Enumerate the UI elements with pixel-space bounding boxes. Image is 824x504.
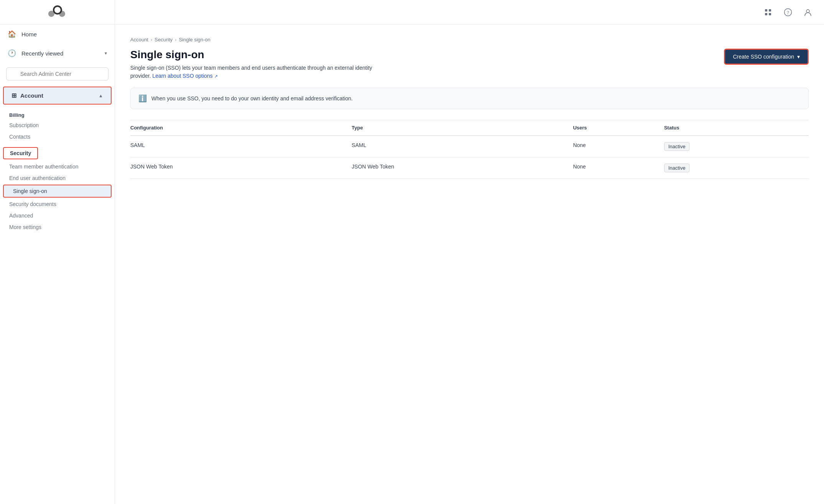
row2-configuration: JSON Web Token	[130, 157, 352, 179]
info-banner: ℹ️ When you use SSO, you need to do your…	[130, 88, 809, 109]
page-title: Single sign-on	[130, 49, 724, 61]
sidebar-item-security-documents[interactable]: Security documents	[0, 198, 115, 210]
clock-icon: 🕐	[8, 49, 16, 57]
sidebar-item-recently-viewed[interactable]: 🕐 Recently viewed ▾	[0, 44, 115, 63]
svg-point-6	[806, 10, 809, 13]
account-section: ⊞ Account ▲ Billing Subscription Contact…	[0, 85, 115, 236]
breadcrumb-security[interactable]: Security	[154, 37, 172, 43]
breadcrumb-current: Single sign-on	[179, 37, 210, 43]
home-icon: 🏠	[8, 30, 16, 38]
row1-users: None	[573, 136, 664, 157]
security-group-label: Security	[3, 147, 38, 159]
table-header-row: Configuration Type Users Status	[130, 120, 809, 136]
logo	[0, 0, 115, 25]
sidebar: 🏠 Home 🕐 Recently viewed ▾ 🔍 ⊞ Account ▲…	[0, 0, 115, 504]
user-avatar-button[interactable]	[801, 5, 815, 19]
col-status: Status	[664, 120, 809, 136]
table-row[interactable]: SAML SAML None Inactive	[130, 136, 809, 157]
svg-rect-2	[765, 13, 767, 15]
breadcrumb-account[interactable]: Account	[130, 37, 148, 43]
sidebar-item-single-sign-on[interactable]: Single sign-on	[3, 185, 112, 198]
svg-rect-0	[765, 9, 767, 11]
chevron-up-icon: ▲	[98, 93, 103, 98]
col-users: Users	[573, 120, 664, 136]
sidebar-item-more-settings[interactable]: More settings	[0, 221, 115, 233]
sidebar-item-recently-viewed-label: Recently viewed	[21, 50, 63, 57]
row1-status: Inactive	[664, 136, 809, 157]
info-icon: ℹ️	[138, 94, 147, 103]
sso-table-container: Configuration Type Users Status SAML SAM…	[130, 120, 809, 179]
svg-rect-1	[769, 9, 771, 11]
status-badge-inactive: Inactive	[664, 142, 690, 151]
sidebar-item-subscription[interactable]: Subscription	[0, 119, 115, 131]
sso-table: Configuration Type Users Status SAML SAM…	[130, 120, 809, 179]
main-content: ? Account › Security › Single sign-on Si…	[115, 0, 824, 504]
row1-type: SAML	[352, 136, 573, 157]
page-content: Account › Security › Single sign-on Sing…	[115, 25, 824, 504]
col-type: Type	[352, 120, 573, 136]
create-sso-button[interactable]: Create SSO configuration ▾	[724, 49, 809, 65]
sidebar-item-contacts[interactable]: Contacts	[0, 131, 115, 142]
account-section-header[interactable]: ⊞ Account ▲	[3, 87, 112, 105]
topbar: ?	[115, 0, 824, 25]
info-message: When you use SSO, you need to do your ow…	[151, 95, 353, 101]
row2-status: Inactive	[664, 157, 809, 179]
page-title-section: Single sign-on Single sign-on (SSO) lets…	[130, 49, 724, 80]
sidebar-item-advanced[interactable]: Advanced	[0, 210, 115, 221]
svg-text:?: ?	[787, 10, 789, 15]
sidebar-item-home-label: Home	[21, 31, 37, 38]
row2-users: None	[573, 157, 664, 179]
breadcrumb-sep-1: ›	[151, 37, 152, 43]
page-header: Single sign-on Single sign-on (SSO) lets…	[130, 49, 809, 80]
sidebar-item-home[interactable]: 🏠 Home	[0, 25, 115, 44]
table-row[interactable]: JSON Web Token JSON Web Token None Inact…	[130, 157, 809, 179]
breadcrumb: Account › Security › Single sign-on	[130, 37, 809, 43]
breadcrumb-sep-2: ›	[175, 37, 176, 43]
status-badge-inactive-2: Inactive	[664, 164, 690, 172]
row1-configuration: SAML	[130, 136, 352, 157]
account-icon: ⊞	[11, 92, 16, 99]
col-configuration: Configuration	[130, 120, 352, 136]
grid-button[interactable]	[761, 5, 775, 19]
svg-rect-3	[769, 13, 771, 15]
learn-more-link[interactable]: Learn about SSO options ↗	[153, 73, 218, 79]
account-section-title: ⊞ Account	[11, 92, 43, 99]
search-container: 🔍	[0, 63, 115, 85]
external-link-icon: ↗	[214, 74, 218, 79]
sidebar-item-end-user-auth[interactable]: End user authentication	[0, 172, 115, 184]
page-description: Single sign-on (SSO) lets your team memb…	[130, 64, 376, 80]
sidebar-item-team-member-auth[interactable]: Team member authentication	[0, 161, 115, 172]
search-input[interactable]	[6, 67, 108, 80]
help-button[interactable]: ?	[781, 5, 795, 19]
chevron-down-icon: ▾	[105, 51, 107, 56]
chevron-down-icon: ▾	[797, 54, 800, 60]
row2-type: JSON Web Token	[352, 157, 573, 179]
billing-group-label: Billing	[0, 109, 115, 119]
account-subsection: Billing Subscription Contacts Security T…	[0, 106, 115, 236]
